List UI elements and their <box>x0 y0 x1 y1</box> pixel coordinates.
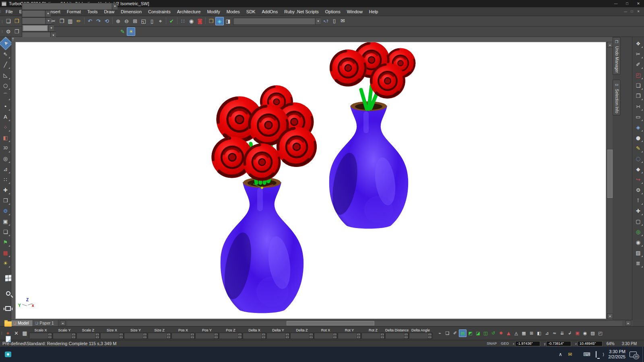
combo-arrow-icon[interactable]: ▼ <box>45 10 51 17</box>
ortho-mode-icon[interactable]: ◙ <box>196 17 204 25</box>
field-input-delta-z[interactable] <box>291 333 309 339</box>
spinner-down-button[interactable]: ▼ <box>428 336 432 339</box>
circle-tool[interactable]: ○ <box>1 80 10 90</box>
assembly-icon[interactable]: ❖ <box>634 39 643 48</box>
spinner-up-button[interactable]: ▲ <box>333 333 337 336</box>
search-button[interactable] <box>0 286 16 301</box>
spinner-up-button[interactable]: ▲ <box>95 333 99 336</box>
spinner-up-button[interactable]: ▲ <box>119 333 123 336</box>
spinner-down-button[interactable]: ▼ <box>190 336 194 339</box>
sun-tool[interactable]: ☀ <box>1 258 10 268</box>
vertical-scroll-thumb[interactable] <box>607 150 613 198</box>
spinner-up-button[interactable]: ▲ <box>48 333 52 336</box>
menu-window[interactable]: Window <box>344 7 366 16</box>
field-input-pos-y[interactable] <box>196 333 214 339</box>
spinner-up-button[interactable]: ▲ <box>285 333 289 336</box>
menu-addons[interactable]: AddOns <box>258 7 281 16</box>
selection-info-tab[interactable]: ▭ Selection Info <box>613 80 621 115</box>
combo-arrow-icon[interactable]: ▼ <box>112 3 118 10</box>
context-help-icon[interactable]: ↖? <box>322 17 330 26</box>
send-mail-icon[interactable]: ✉ <box>339 16 347 25</box>
measure-pen-icon[interactable]: ✐ <box>634 60 643 69</box>
new-icon[interactable]: ❏ <box>4 17 12 25</box>
spinner-up-button[interactable]: ▲ <box>72 333 76 336</box>
workspace-icon[interactable]: ❒ <box>207 17 215 25</box>
angle-icon[interactable]: ⊿ <box>543 329 551 337</box>
spinner-down-button[interactable]: ▼ <box>95 336 99 339</box>
combo-arrow-icon[interactable]: ▼ <box>48 25 54 31</box>
menu-dimension[interactable]: Dimension <box>118 7 145 16</box>
dot-target-icon[interactable]: ◉ <box>581 329 589 337</box>
spinner-up-button[interactable]: ▲ <box>380 333 384 336</box>
spinner-up-button[interactable]: ▲ <box>190 333 194 336</box>
spinner-up-button[interactable]: ▲ <box>214 333 218 336</box>
field-input-size-y[interactable] <box>124 333 143 339</box>
field-input-pos-x[interactable] <box>172 333 190 339</box>
spinner-down-button[interactable]: ▼ <box>238 336 242 339</box>
menu-help[interactable]: Help <box>366 7 382 16</box>
combo-arrow-icon[interactable]: ▼ <box>45 18 51 24</box>
task-view-button[interactable] <box>0 301 16 316</box>
prism-icon[interactable]: ◆ <box>634 164 643 174</box>
edit-mode-icon[interactable]: ✐ <box>451 329 459 337</box>
tray-mail-icon[interactable]: ✉ <box>568 352 572 357</box>
horizontal-scroll-thumb[interactable] <box>287 321 374 325</box>
paper-tab[interactable]: ❏ Paper 1 <box>33 320 58 326</box>
extract-icon[interactable]: ◰ <box>634 70 643 80</box>
scroll-up-button[interactable]: ▲ <box>607 42 613 47</box>
material-tool[interactable]: ⚙ <box>1 206 10 216</box>
render-view-icon[interactable]: ◈ <box>215 17 224 25</box>
corner-icon[interactable]: ◰ <box>597 329 604 337</box>
snipping-tool-icon[interactable] <box>0 347 16 362</box>
menu-constraints[interactable]: Constraints <box>145 7 174 16</box>
pick-flag-tool[interactable]: ⚑ <box>1 237 10 247</box>
field-input-rot-z[interactable] <box>362 333 380 339</box>
hand-pick-icon[interactable]: ❑ <box>634 80 643 90</box>
plate-icon[interactable]: ▢ <box>634 216 643 226</box>
notification-center-icon[interactable]: 20 <box>630 352 637 357</box>
tray-network-icon[interactable] <box>596 352 597 357</box>
red-cell-icon[interactable]: ▣ <box>574 329 581 337</box>
spinner-up-button[interactable]: ▲ <box>357 333 361 336</box>
bend-icon[interactable]: ↪ <box>634 175 643 184</box>
marker-icon[interactable]: ✎ <box>634 143 643 153</box>
spinner-up-button[interactable]: ▲ <box>262 333 266 336</box>
pad-icon[interactable]: ✚ <box>634 206 643 216</box>
snap-toggle-icon[interactable]: ⌁ <box>436 329 444 337</box>
tab-scroll-right-button[interactable]: ▸ <box>625 321 631 326</box>
style-manager-icon[interactable]: ❐ <box>12 27 21 36</box>
hatch2-icon[interactable]: ▨ <box>589 329 597 337</box>
copy-mode-icon[interactable]: ❏ <box>444 329 451 337</box>
spinner-up-button[interactable]: ▲ <box>238 333 242 336</box>
light-tool[interactable]: ▩ <box>1 248 10 257</box>
grid-icon[interactable]: ∷ <box>179 17 187 25</box>
target-icon[interactable]: ◎ <box>634 227 643 237</box>
spinner-up-button[interactable]: ▲ <box>404 333 408 336</box>
field-input-pos-z[interactable] <box>219 333 238 339</box>
start-button[interactable] <box>0 270 16 286</box>
spinner-down-button[interactable]: ▼ <box>48 336 52 339</box>
table-icon[interactable]: ▦ <box>520 329 528 337</box>
notepad-icon[interactable] <box>0 331 16 347</box>
properties-combo-2[interactable]: ▼ <box>22 10 51 17</box>
canvas-origin-button[interactable]: ⤒ <box>12 37 14 42</box>
field-input-size-z[interactable] <box>148 333 167 339</box>
maximize-button[interactable]: □ <box>621 0 633 7</box>
spinner-down-button[interactable]: ▼ <box>119 336 123 339</box>
spinner-down-button[interactable]: ▼ <box>333 336 337 339</box>
spinner-down-button[interactable]: ▼ <box>262 336 266 339</box>
close-button[interactable]: ✕ <box>633 0 644 7</box>
spinner-down-button[interactable]: ▼ <box>167 336 171 339</box>
field-input-rot-x[interactable] <box>314 333 333 339</box>
palette-toggle-icon[interactable]: ▯ <box>330 16 339 25</box>
coord-z-field[interactable]: 10.48945" <box>578 341 603 346</box>
arrows-down-icon[interactable]: ⇊ <box>558 329 566 337</box>
menu-modes[interactable]: Modes <box>223 7 243 16</box>
gear-sphere-icon[interactable]: ⚙ <box>634 185 643 195</box>
undo-manager-tab[interactable]: ❐ Undo Manager <box>613 37 621 75</box>
spinner-up-button[interactable]: ▲ <box>143 333 147 336</box>
spinner-up-button[interactable]: ▲ <box>428 333 432 336</box>
grid-plus-icon[interactable]: ⊞ <box>528 329 535 337</box>
scroll-down-button[interactable]: ▼ <box>607 313 613 319</box>
horizontal-scrollbar[interactable] <box>67 321 622 326</box>
